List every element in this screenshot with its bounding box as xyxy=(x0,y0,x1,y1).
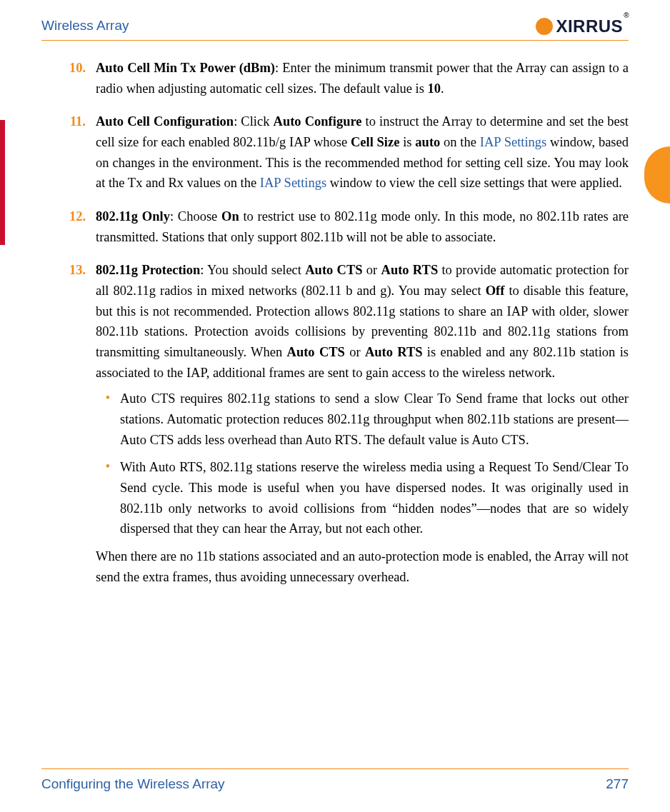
page-tab xyxy=(644,146,670,204)
item-lead: Auto Cell Min Tx Power (dBm) xyxy=(96,61,275,75)
item-text: : You should select Auto CTS or Auto RTS… xyxy=(96,263,629,379)
logo-dot-icon xyxy=(536,18,553,35)
item-body: Auto Cell Min Tx Power (dBm): Enter the … xyxy=(96,58,629,99)
bullet-item: • Auto CTS requires 802.11g stations to … xyxy=(96,389,629,450)
item-lead: 802.11g Protection xyxy=(96,263,200,277)
bullet-icon: • xyxy=(96,389,120,450)
page: Wireless Array XIRRUS® 10. Auto Cell Min… xyxy=(0,0,670,812)
logo: XIRRUS® xyxy=(536,16,629,36)
logo-registered: ® xyxy=(624,11,629,19)
header-title: Wireless Array xyxy=(41,18,129,34)
item-body: Auto Cell Configuration: Click Auto Conf… xyxy=(96,111,629,194)
item-number: 11. xyxy=(41,111,96,194)
item-number: 13. xyxy=(41,260,96,587)
bullet-text: With Auto RTS, 802.11g stations reserve … xyxy=(120,457,629,539)
change-bar xyxy=(0,120,5,245)
list-item-11: 11. Auto Cell Configuration: Click Auto … xyxy=(41,111,629,194)
item-text: : Choose On to restrict use to 802.11g m… xyxy=(96,209,629,244)
footer-section: Configuring the Wireless Array xyxy=(41,776,225,792)
list-item-12: 12. 802.11g Only: Choose On to restrict … xyxy=(41,206,629,247)
item-lead: 802.11g Only xyxy=(96,209,170,224)
item-number: 10. xyxy=(41,58,96,99)
sub-bullets: • Auto CTS requires 802.11g stations to … xyxy=(96,389,629,539)
bullet-icon: • xyxy=(96,457,120,539)
list-item-13: 13. 802.11g Protection: You should selec… xyxy=(41,260,629,587)
footer-page-number: 277 xyxy=(606,776,629,792)
logo-text: XIRRUS® xyxy=(556,16,629,36)
bullet-item: • With Auto RTS, 802.11g stations reserv… xyxy=(96,457,629,539)
item-trailer: When there are no 11b stations associate… xyxy=(96,546,629,587)
item-body: 802.11g Only: Choose On to restrict use … xyxy=(96,206,629,247)
item-number: 12. xyxy=(41,206,96,247)
page-footer: Configuring the Wireless Array 277 xyxy=(41,768,629,792)
logo-letters: XIRRUS xyxy=(556,16,623,36)
item-body: 802.11g Protection: You should select Au… xyxy=(96,260,629,587)
bullet-text: Auto CTS requires 802.11g stations to se… xyxy=(120,389,629,450)
page-header: Wireless Array XIRRUS® xyxy=(41,16,629,41)
list-item-10: 10. Auto Cell Min Tx Power (dBm): Enter … xyxy=(41,58,629,99)
content: 10. Auto Cell Min Tx Power (dBm): Enter … xyxy=(41,58,629,587)
item-lead: Auto Cell Configuration xyxy=(96,114,234,129)
